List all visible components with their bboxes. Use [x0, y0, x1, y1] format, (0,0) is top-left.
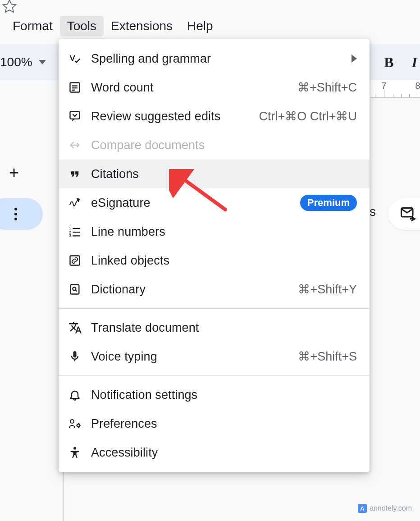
menu-item-compare: Compare documents [59, 131, 370, 160]
word-count-icon [68, 81, 91, 94]
svg-rect-6 [70, 112, 80, 119]
menu-label: Compare documents [91, 138, 357, 152]
menu-label: Line numbers [91, 225, 357, 239]
menu-extensions[interactable]: Extensions [104, 16, 180, 37]
add-button[interactable]: + [9, 163, 19, 183]
tools-dropdown: Spelling and grammar Word count ⌘+Shift+… [59, 39, 370, 472]
svg-point-18 [77, 424, 80, 427]
menu-item-dictionary[interactable]: Dictionary ⌘+Shift+Y [59, 275, 370, 304]
menu-item-spelling[interactable]: Spelling and grammar [59, 44, 370, 73]
menu-label: Accessibility [91, 446, 357, 460]
esignature-icon [68, 197, 91, 209]
menu-shortcut: ⌘+Shift+Y [298, 282, 357, 297]
watermark-text: annotely.com [370, 504, 412, 512]
zoom-select[interactable]: 100% [0, 55, 46, 69]
star-icon[interactable] [1, 0, 18, 17]
ruler-mark: 8 [415, 81, 420, 91]
mic-icon [68, 350, 91, 363]
spelling-icon [68, 52, 91, 65]
menu-label: Linked objects [91, 254, 357, 268]
more-vert-icon [14, 208, 17, 220]
menu-shortcut: ⌘+Shift+S [298, 349, 357, 364]
premium-badge: Premium [300, 195, 357, 211]
svg-rect-13 [70, 256, 80, 265]
menu-item-preferences[interactable]: Preferences [59, 409, 370, 438]
menu-item-translate[interactable]: Translate document [59, 313, 370, 342]
annotely-logo-icon: A [358, 504, 367, 513]
menu-shortcut: ⌘+Shift+C [297, 80, 357, 95]
dictionary-icon [68, 283, 91, 296]
compare-icon [68, 139, 91, 151]
menubar: Format Tools Extensions Help [5, 16, 220, 37]
menu-shortcut: Ctrl+⌘O Ctrl+⌘U [259, 109, 357, 123]
menu-tools[interactable]: Tools [60, 16, 104, 37]
menu-format[interactable]: Format [5, 16, 60, 37]
citations-icon [68, 168, 91, 180]
overflow-menu-chip[interactable] [0, 198, 43, 230]
menu-help[interactable]: Help [180, 16, 220, 37]
ruler-mark: 7 [381, 81, 386, 91]
menu-label: Voice typing [91, 350, 298, 364]
menu-label: Translate document [91, 321, 357, 335]
menu-label: Word count [91, 81, 297, 95]
menu-item-linked-objects[interactable]: Linked objects [59, 246, 370, 275]
zoom-value: 100% [0, 55, 32, 69]
menu-label: eSignature [91, 196, 300, 210]
menu-item-citations[interactable]: Citations [59, 160, 370, 188]
svg-text:3: 3 [69, 234, 71, 238]
menu-label: Review suggested edits [91, 110, 259, 123]
svg-line-16 [75, 290, 77, 292]
menu-item-word-count[interactable]: Word count ⌘+Shift+C [59, 73, 370, 102]
mail-arrow-icon [401, 207, 417, 221]
preferences-icon [68, 417, 91, 430]
menu-label: Citations [91, 167, 357, 181]
menu-item-accessibility[interactable]: Accessibility [59, 438, 370, 467]
chip-text-fragment: s [370, 205, 376, 219]
menu-item-voice-typing[interactable]: Voice typing ⌘+Shift+S [59, 342, 370, 371]
format-icons: B I [384, 54, 417, 71]
window-chrome: Format Tools Extensions Help [0, 0, 420, 38]
accessibility-icon [68, 446, 91, 459]
ruler: 7 8 [370, 80, 420, 98]
menu-label: Notification settings [91, 388, 357, 402]
italic-button[interactable]: I [412, 54, 417, 71]
watermark: A annotely.com [358, 504, 412, 513]
chevron-down-icon [39, 60, 46, 64]
linked-objects-icon [68, 254, 91, 267]
review-edits-icon [68, 110, 91, 123]
menu-item-notifications[interactable]: Notification settings [59, 380, 370, 409]
chevron-right-icon [352, 55, 357, 63]
line-numbers-icon: 123 [68, 225, 91, 238]
translate-icon [68, 321, 91, 334]
menu-item-esignature[interactable]: eSignature Premium [59, 188, 370, 217]
email-draft-chip[interactable] [388, 198, 420, 230]
menu-label: Dictionary [91, 283, 298, 297]
svg-point-19 [73, 447, 76, 450]
svg-rect-14 [71, 285, 79, 294]
menu-label: Spelling and grammar [91, 52, 352, 66]
svg-point-17 [70, 420, 74, 423]
menu-label: Preferences [91, 417, 357, 431]
menu-item-review-edits[interactable]: Review suggested edits Ctrl+⌘O Ctrl+⌘U [59, 102, 370, 131]
bell-icon [68, 388, 91, 401]
bold-button[interactable]: B [384, 54, 393, 71]
menu-item-line-numbers[interactable]: 123 Line numbers [59, 217, 370, 246]
menu-divider [59, 308, 370, 309]
menu-divider [59, 375, 370, 376]
